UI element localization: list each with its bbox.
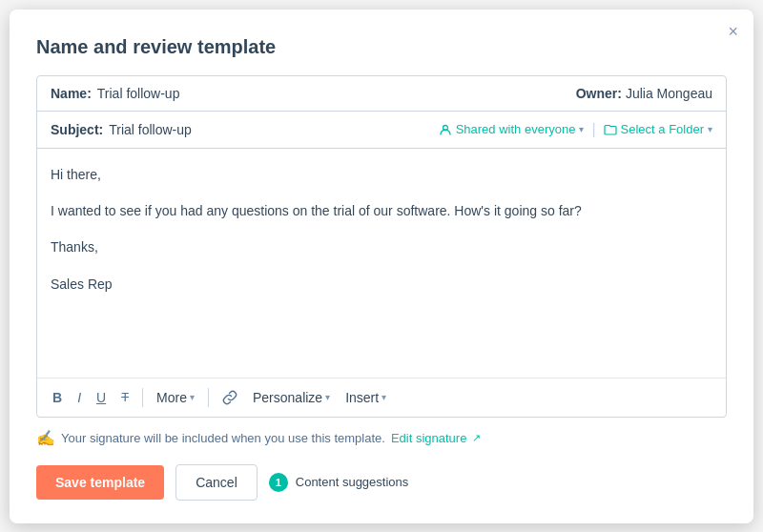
share-icon [439, 123, 452, 136]
shared-button[interactable]: Shared with everyone ▾ [439, 122, 585, 136]
body-line3: Thanks, [51, 236, 712, 257]
more-arrow: ▾ [190, 392, 195, 402]
footer-row: Save template Cancel 1 Content suggestio… [36, 464, 727, 501]
owner-label: Owner: [576, 86, 622, 101]
body-line2: I wanted to see if you had any questions… [51, 200, 712, 221]
content-suggestions: 1 Content suggestions [269, 473, 409, 492]
owner-row: Owner: Julia Mongeau [576, 86, 712, 101]
folder-label: Select a Folder [621, 122, 704, 136]
name-label: Name: [51, 86, 92, 101]
strikethrough-button[interactable]: T [115, 386, 134, 408]
more-label: More [156, 390, 187, 405]
body-area[interactable]: Hi there, I wanted to see if you had any… [37, 149, 726, 378]
more-dropdown[interactable]: More ▾ [151, 386, 200, 409]
external-link-icon: ↗ [472, 432, 481, 444]
toolbar-divider-1 [142, 388, 143, 407]
suggestions-badge: 1 [269, 473, 288, 492]
suggestions-label: Content suggestions [296, 475, 409, 489]
modal-container: × Name and review template Name: Owner: … [10, 10, 753, 523]
italic-button[interactable]: I [72, 386, 87, 409]
personalize-label: Personalize [253, 390, 322, 405]
folder-dropdown-arrow: ▾ [708, 124, 712, 134]
owner-value: Julia Mongeau [626, 86, 712, 101]
cancel-button[interactable]: Cancel [175, 464, 258, 501]
body-line4: Sales Rep [51, 274, 712, 295]
name-row: Name: Owner: Julia Mongeau [37, 76, 726, 112]
bold-button[interactable]: B [47, 386, 68, 409]
save-template-button[interactable]: Save template [36, 465, 164, 500]
folder-button[interactable]: Select a Folder ▾ [604, 122, 712, 136]
subject-actions: Shared with everyone ▾ | Select a Folder… [439, 121, 712, 138]
name-input[interactable] [97, 86, 383, 101]
name-row-left: Name: [51, 86, 383, 101]
signature-text: Your signature will be included when you… [61, 431, 385, 445]
separator: | [591, 121, 595, 138]
template-editor: Name: Owner: Julia Mongeau Subject: Tria… [36, 75, 727, 418]
insert-arrow: ▾ [382, 392, 386, 402]
subject-label: Subject: [51, 122, 103, 137]
subject-row: Subject: Trial follow-up Shared with eve… [37, 112, 726, 149]
close-button[interactable]: × [728, 23, 738, 40]
signature-row: ✍ Your signature will be included when y… [36, 418, 727, 447]
subject-left: Subject: Trial follow-up [51, 122, 192, 137]
personalize-dropdown[interactable]: Personalize ▾ [247, 386, 336, 409]
edit-signature-link[interactable]: Edit signature [391, 431, 467, 445]
link-button[interactable] [217, 386, 243, 409]
underline-button[interactable]: U [91, 386, 112, 409]
folder-icon [604, 123, 617, 136]
personalize-arrow: ▾ [325, 392, 330, 402]
shared-dropdown-arrow: ▾ [579, 124, 584, 134]
insert-label: Insert [345, 390, 379, 405]
shared-label: Shared with everyone [456, 122, 576, 136]
subject-value: Trial follow-up [109, 122, 192, 137]
insert-dropdown[interactable]: Insert ▾ [340, 386, 392, 409]
modal-title: Name and review template [36, 36, 727, 58]
body-line1: Hi there, [51, 164, 712, 185]
signature-icon: ✍ [36, 429, 55, 447]
toolbar-divider-2 [208, 388, 209, 407]
link-icon [222, 390, 237, 405]
toolbar-row: B I U T More ▾ Personalize ▾ Insert [37, 378, 726, 417]
